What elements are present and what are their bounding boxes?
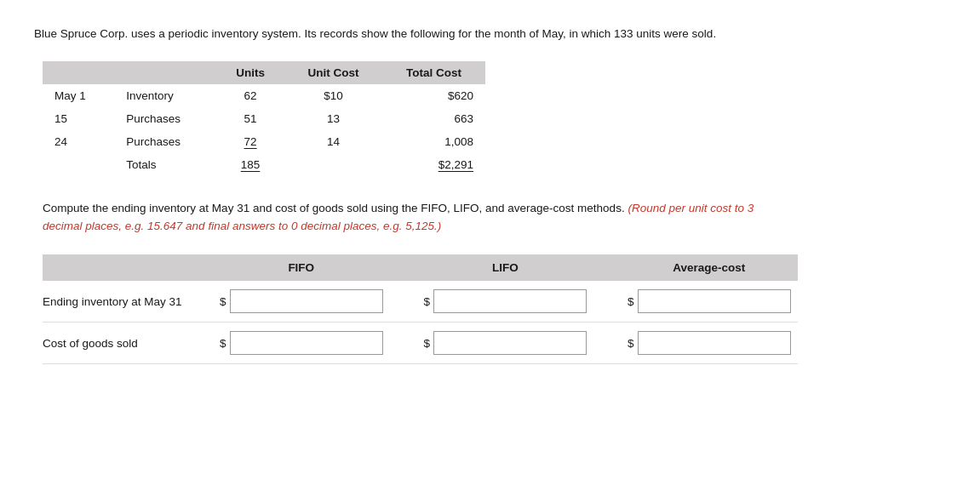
ending-inventory-avg-input[interactable] [638, 289, 791, 313]
totals-label-blank [43, 153, 114, 176]
ending-inventory-fifo-cell: $ [213, 281, 390, 323]
answer-col-fifo: FIFO [213, 254, 390, 281]
row-date: May 1 [43, 84, 114, 107]
row-description: Inventory [114, 84, 216, 107]
cogs-avg-input[interactable] [638, 331, 791, 355]
row-unit-cost: 14 [284, 130, 382, 153]
answer-col-label [43, 254, 213, 281]
answer-row-ending-inventory: Ending inventory at May 31 $ $ [43, 281, 798, 323]
cogs-fifo-input[interactable] [230, 331, 383, 355]
answer-col-lifo: LIFO [417, 254, 594, 281]
col-header-date [43, 61, 114, 84]
row-total-cost: 663 [382, 107, 485, 130]
cogs-lifo-input-group: $ [424, 331, 587, 355]
col-header-totalcost: Total Cost [382, 61, 485, 84]
fifo-dollar-sign: $ [220, 295, 226, 308]
cogs-avg-dollar-sign: $ [628, 337, 634, 350]
cogs-fifo-dollar-sign: $ [220, 337, 226, 350]
row-total-cost: 1,008 [382, 130, 485, 153]
inventory-table: Units Unit Cost Total Cost May 1 Invento… [43, 61, 485, 176]
row-units: 72 [216, 130, 284, 153]
col-header-unitcost: Unit Cost [284, 61, 382, 84]
row-date: 24 [43, 130, 114, 153]
cogs-avg-cell: $ [621, 323, 798, 364]
ending-inventory-label: Ending inventory at May 31 [43, 281, 213, 323]
lifo-dollar-sign: $ [424, 295, 431, 308]
totals-total-cost: $2,291 [382, 153, 485, 176]
cogs-fifo-input-group: $ [220, 331, 383, 355]
ending-inventory-fifo-input-group: $ [220, 289, 383, 313]
answer-section: FIFO LIFO Average-cost Ending inventory … [43, 254, 946, 364]
col-header-units: Units [216, 61, 284, 84]
col-spacer2 [593, 254, 621, 281]
cogs-fifo-cell: $ [213, 323, 390, 364]
ending-inventory-fifo-input[interactable] [230, 289, 383, 313]
ending-inventory-lifo-cell: $ [417, 281, 594, 323]
cogs-label: Cost of goods sold [43, 323, 213, 364]
ending-inventory-avg-input-group: $ [628, 289, 791, 313]
row-date: 15 [43, 107, 114, 130]
row-total-cost: $620 [382, 84, 485, 107]
answer-table: FIFO LIFO Average-cost Ending inventory … [43, 254, 798, 364]
table-row: 15 Purchases 51 13 663 [43, 107, 485, 130]
instruction-main: Compute the ending inventory at May 31 a… [43, 202, 625, 214]
ending-inventory-avg-cell: $ [621, 281, 798, 323]
totals-row: Totals 185 $2,291 [43, 153, 485, 176]
totals-unit-cost-blank [284, 153, 382, 176]
avg-dollar-sign: $ [628, 295, 634, 308]
totals-units: 185 [216, 153, 284, 176]
col-spacer [390, 254, 417, 281]
cogs-lifo-input[interactable] [433, 331, 587, 355]
table-row: May 1 Inventory 62 $10 $620 [43, 84, 485, 107]
ending-inventory-lifo-input[interactable] [433, 289, 587, 313]
totals-label: Totals [114, 153, 216, 176]
intro-text: Blue Spruce Corp. uses a periodic invent… [34, 26, 800, 43]
ending-inventory-lifo-input-group: $ [424, 289, 587, 313]
row-units: 62 [216, 84, 284, 107]
answer-row-cogs: Cost of goods sold $ $ [43, 323, 798, 364]
cogs-lifo-cell: $ [417, 323, 594, 364]
answer-col-avg: Average-cost [621, 254, 798, 281]
cogs-avg-input-group: $ [628, 331, 791, 355]
table-row: 24 Purchases 72 14 1,008 [43, 130, 485, 153]
row-description: Purchases [114, 130, 216, 153]
row-description: Purchases [114, 107, 216, 130]
instruction-text: Compute the ending inventory at May 31 a… [43, 200, 775, 236]
row-unit-cost: $10 [284, 84, 382, 107]
cogs-lifo-dollar-sign: $ [424, 337, 431, 350]
row-units: 51 [216, 107, 284, 130]
row-unit-cost: 13 [284, 107, 382, 130]
col-header-desc [114, 61, 216, 84]
